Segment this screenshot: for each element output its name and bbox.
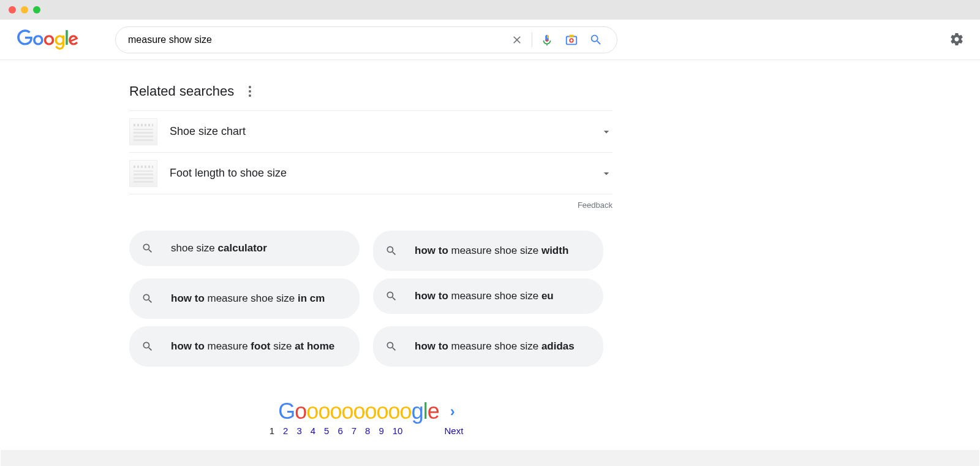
search-icon	[141, 242, 154, 254]
window-maximize-button[interactable]	[33, 6, 40, 13]
page-number[interactable]: 2	[283, 426, 288, 436]
suggestion-pill[interactable]: how to measure shoe size eu	[373, 278, 603, 314]
related-search-text: Foot length to shoe size	[170, 167, 600, 180]
suggestion-text: how to measure shoe size adidas	[415, 340, 575, 353]
divider	[532, 32, 532, 47]
settings-icon[interactable]	[949, 32, 964, 47]
suggestion-pill[interactable]: how to measure foot size at home	[129, 326, 360, 367]
page-number[interactable]: 7	[352, 426, 356, 436]
search-icon	[141, 340, 154, 353]
search-icon	[385, 290, 398, 302]
window-minimize-button[interactable]	[21, 6, 28, 13]
search-input[interactable]	[128, 34, 505, 45]
suggestion-text: how to measure shoe size width	[415, 244, 568, 257]
search-header	[0, 20, 980, 60]
page-number[interactable]: 5	[324, 426, 329, 436]
suggestion-pill[interactable]: how to measure shoe size width	[373, 231, 603, 271]
related-search-item[interactable]: Shoe size chart	[129, 111, 612, 153]
more-options-icon[interactable]	[245, 82, 255, 101]
suggestion-text: how to measure shoe size eu	[415, 289, 554, 302]
page-number[interactable]: 4	[311, 426, 315, 436]
page-number[interactable]: 9	[379, 426, 383, 436]
page-footer	[1, 450, 979, 466]
clear-icon[interactable]	[505, 28, 529, 52]
related-search-text: Shoe size chart	[170, 125, 600, 138]
feedback-link[interactable]: Feedback	[129, 201, 612, 210]
suggestion-pill[interactable]: how to measure shoe size adidas	[373, 326, 603, 367]
page-number[interactable]: 10	[393, 426, 403, 436]
window-close-button[interactable]	[9, 6, 16, 13]
page-number[interactable]: 6	[337, 426, 342, 436]
window-titlebar	[0, 0, 980, 20]
search-icon	[141, 292, 154, 305]
next-arrow-icon[interactable]: ›	[450, 403, 454, 420]
image-search-icon[interactable]	[559, 28, 584, 52]
suggestion-text: shoe size calculator	[171, 242, 267, 254]
page-number[interactable]: 8	[365, 426, 370, 436]
suggestion-pill[interactable]: how to measure shoe size in cm	[129, 278, 360, 319]
svg-point-1	[570, 39, 573, 42]
suggestion-pill[interactable]: shoe size calculator	[129, 231, 360, 266]
next-page-link[interactable]: Next	[444, 426, 463, 436]
chevron-down-icon	[600, 167, 612, 180]
pagination: Goooooooooogle › 12345678910Next	[129, 399, 603, 436]
svg-rect-0	[567, 36, 577, 44]
suggestion-text: how to measure foot size at home	[171, 340, 334, 353]
related-searches-heading: Related searches	[129, 82, 612, 101]
page-number[interactable]: 3	[296, 426, 301, 436]
thumbnail	[129, 160, 157, 187]
voice-search-icon[interactable]	[535, 28, 559, 52]
related-search-item[interactable]: Foot length to shoe size	[129, 153, 612, 194]
pagination-logo: Goooooooooogle ›	[278, 399, 454, 424]
suggestion-text: how to measure shoe size in cm	[171, 292, 325, 305]
search-bar	[115, 26, 617, 53]
chevron-down-icon	[600, 126, 612, 138]
page-number: 1	[270, 426, 274, 436]
search-icon[interactable]	[584, 28, 608, 52]
google-logo[interactable]	[17, 29, 78, 51]
search-icon	[385, 245, 398, 257]
svg-rect-2	[569, 34, 573, 37]
thumbnail	[129, 118, 157, 145]
search-icon	[385, 340, 398, 353]
